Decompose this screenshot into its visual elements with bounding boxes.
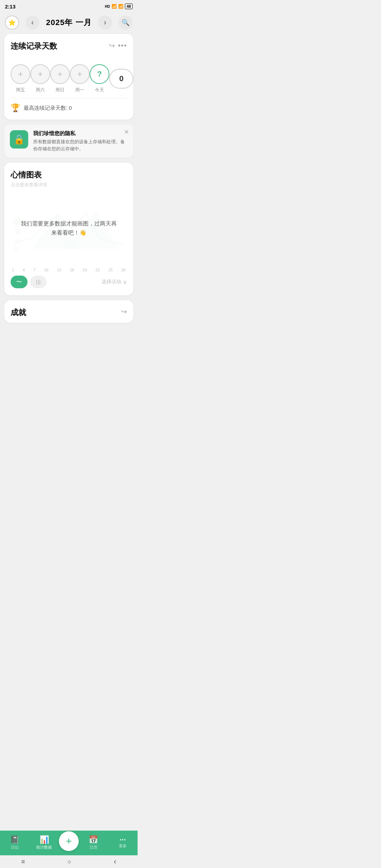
- chart-overlay-message: 我们需要更多数据才能画图，过两天再来看看吧！👋: [19, 219, 118, 237]
- chart-area[interactable]: 我们需要更多数据才能画图，过两天再来看看吧！👋: [11, 193, 127, 264]
- streak-timeline: + 周五 + 周六 + 周日 + 周一 ? 今天: [11, 64, 127, 93]
- privacy-close-button[interactable]: ✕: [124, 128, 129, 136]
- achievement-share-icon: ↪: [121, 308, 127, 315]
- privacy-desc: 所有数据都直接在您的设备上存储和处理。备份存储在您的云存储中。: [33, 138, 128, 152]
- streak-title: 连续记录天数: [11, 41, 57, 52]
- streak-day-2: + 周六: [30, 64, 50, 93]
- streak-label-today: 今天: [95, 87, 104, 93]
- status-icons: HD 📶 📶 48: [105, 4, 133, 9]
- streak-best: 🏆 最高连续记录天数: 0: [11, 103, 127, 113]
- streak-day-today: ? 今天: [90, 64, 109, 93]
- privacy-text: 我们珍惜您的隐私 所有数据都直接在您的设备上存储和处理。备份存储在您的云存储中。: [33, 130, 128, 152]
- calendar-icon: ⭐: [8, 19, 16, 26]
- streak-label-4: 周一: [75, 87, 84, 93]
- more-icon: •••: [118, 41, 127, 50]
- x-label-1: 1: [12, 268, 14, 272]
- search-icon: 🔍: [122, 19, 129, 26]
- mood-chart-title: 心情图表: [11, 170, 127, 180]
- close-icon: ✕: [124, 128, 129, 135]
- bar-chart-icon: |||: [36, 279, 41, 285]
- streak-circle-2[interactable]: +: [30, 64, 50, 84]
- x-label-4: 4: [23, 268, 25, 272]
- streak-day-1: + 周五: [11, 64, 30, 93]
- streak-circle-1[interactable]: +: [11, 64, 30, 84]
- streak-circle-3[interactable]: +: [50, 64, 70, 84]
- line-chart-icon: 〜: [16, 278, 22, 286]
- privacy-title: 我们珍惜您的隐私: [33, 130, 128, 137]
- back-icon: ‹: [31, 18, 34, 27]
- mood-chart-card: 心情图表 点击图表查看详情 我们需要更多数据才能画图，过两天再来看看吧！👋 1: [4, 163, 133, 295]
- main-content: 连续记录天数 ↪ ••• + 周五 + 周六: [0, 34, 138, 356]
- back-button[interactable]: ‹: [25, 16, 40, 30]
- search-button[interactable]: 🔍: [119, 16, 133, 30]
- page-title: 2025年 一月: [46, 17, 91, 28]
- streak-actions: ↪ •••: [109, 41, 127, 50]
- streak-label-1: 周五: [16, 87, 25, 93]
- privacy-card: 🔒 我们珍惜您的隐私 所有数据都直接在您的设备上存储和处理。备份存储在您的云存储…: [4, 125, 133, 158]
- wifi-icon: 📶: [118, 4, 123, 9]
- status-bar: 2:13 HD 📶 📶 48: [0, 0, 138, 13]
- trophy-icon: 🏆: [11, 103, 20, 113]
- header: ⭐ ‹ 2025年 一月 › 🔍: [0, 13, 138, 34]
- x-label-25: 25: [108, 268, 113, 272]
- achievement-share-button[interactable]: ↪: [121, 307, 127, 316]
- streak-zero: 0: [109, 69, 133, 89]
- chart-bar-button[interactable]: |||: [30, 276, 47, 288]
- chart-controls: 〜 ||| 选择活动 ∨: [11, 276, 127, 288]
- x-label-19: 19: [83, 268, 87, 272]
- streak-day-3: + 周日: [50, 64, 70, 93]
- streak-best-label: 最高连续记录天数: 0: [24, 105, 72, 111]
- share-icon: ↪: [109, 42, 115, 49]
- x-label-13: 13: [57, 268, 61, 272]
- calendar-button[interactable]: ⭐: [5, 16, 19, 30]
- streak-card: 连续记录天数 ↪ ••• + 周五 + 周六: [4, 34, 133, 120]
- streak-day-4: + 周一: [70, 64, 90, 93]
- svg-point-2: [14, 239, 20, 245]
- streak-share-button[interactable]: ↪: [109, 41, 115, 50]
- hd-icon: HD: [105, 5, 110, 8]
- streak-label-3: 周日: [55, 87, 65, 93]
- streak-circle-4[interactable]: +: [70, 64, 90, 84]
- chart-line-button[interactable]: 〜: [11, 276, 28, 288]
- signal-icon: 📶: [111, 4, 117, 9]
- streak-divider: [11, 98, 127, 98]
- streak-count: 0: [109, 69, 133, 89]
- x-label-22: 22: [96, 268, 100, 272]
- streak-header: 连续记录天数 ↪ •••: [11, 41, 127, 58]
- achievement-title: 成就: [11, 307, 26, 318]
- achievement-card: 成就 ↪: [4, 300, 133, 323]
- streak-circle-today[interactable]: ?: [90, 64, 109, 84]
- chevron-down-icon: ∨: [123, 279, 127, 285]
- streak-label-2: 周六: [36, 87, 45, 93]
- chart-x-labels: 1 4 7 10 13 16 19 22 25 28: [11, 268, 127, 272]
- privacy-icon: 🔒: [10, 130, 28, 149]
- x-label-10: 10: [44, 268, 48, 272]
- svg-point-3: [13, 246, 19, 252]
- activity-select-label: 选择活动: [102, 279, 121, 285]
- activity-select[interactable]: 选择活动 ∨: [49, 279, 127, 285]
- x-label-16: 16: [70, 268, 74, 272]
- streak-more-button[interactable]: •••: [118, 41, 127, 50]
- forward-icon: ›: [104, 18, 106, 27]
- x-label-7: 7: [34, 268, 36, 272]
- status-time: 2:13: [5, 4, 16, 10]
- forward-button[interactable]: ›: [98, 16, 112, 30]
- battery-indicator: 48: [125, 4, 133, 9]
- x-label-28: 28: [121, 268, 126, 272]
- mood-chart-subtitle: 点击图表查看详情: [11, 182, 127, 188]
